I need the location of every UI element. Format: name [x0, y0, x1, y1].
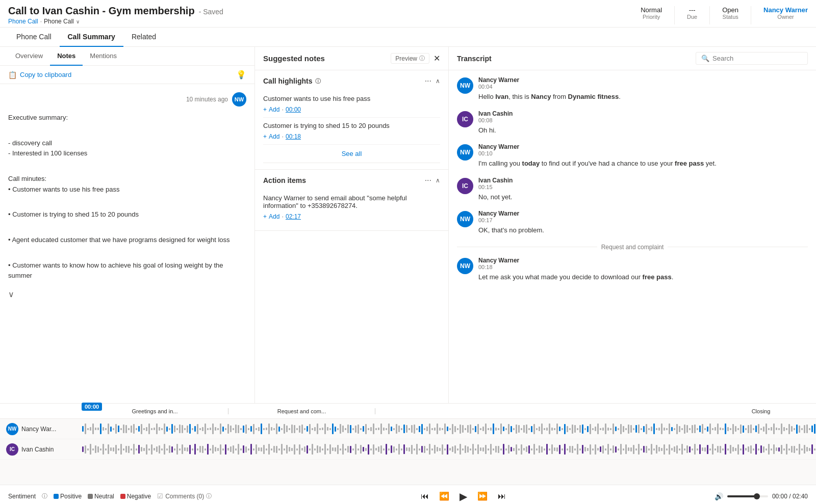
waveform-bar [97, 428, 99, 430]
breadcrumb-item-1[interactable]: Phone Call [8, 18, 38, 25]
waveform-bar [340, 448, 341, 450]
waveform-bar [131, 448, 132, 450]
waveform-bar [551, 444, 553, 454]
waveform-bar [727, 427, 729, 431]
waveform-track-nw[interactable] [82, 422, 816, 436]
timestamp-2[interactable]: 00:18 [286, 133, 301, 140]
waveform-bar [674, 428, 675, 430]
waveform-bar [587, 426, 589, 432]
waveform-bar [136, 448, 137, 450]
waveform-bar [146, 427, 147, 431]
breadcrumb-dropdown-icon[interactable]: ∨ [76, 19, 80, 24]
tab-call-summary[interactable]: Call Summary [60, 28, 123, 47]
transcript-search-input[interactable] [712, 55, 799, 62]
waveform-bar [378, 446, 379, 452]
action-item-text-1: Nancy Warner to send email about "some h… [263, 194, 440, 209]
action-items-collapse-button[interactable]: ∧ [436, 177, 440, 184]
waveform-bar [133, 444, 135, 455]
waveform-bar [227, 448, 229, 450]
call-highlights-more-button[interactable]: ··· [425, 76, 431, 86]
waveform-bar [763, 446, 764, 453]
timestamp-1[interactable]: 00:00 [286, 106, 301, 113]
add-action-1-button[interactable]: + Add [263, 213, 279, 220]
sub-tab-mentions[interactable]: Mentions [83, 47, 124, 66]
action-items-more-button[interactable]: ··· [425, 176, 431, 185]
waveform-bar [811, 444, 813, 454]
waveform-bar [722, 428, 724, 430]
waveform-bar [235, 448, 237, 450]
section-label-1: Greetings and in... [82, 408, 228, 414]
waveform-track-ic[interactable] [82, 442, 816, 457]
add-highlight-1-button[interactable]: + Add [263, 106, 279, 113]
entry-text-1: Hello Ivan, this is Nancy from Dynamic f… [478, 92, 808, 102]
breadcrumb: Phone Call · Phone Call ∨ [8, 18, 223, 25]
section-label-closing: Closing [706, 408, 816, 414]
skip-to-start-button[interactable]: ⏮ [419, 490, 431, 503]
waveform-bar [737, 428, 739, 430]
waveform-bar [686, 425, 688, 433]
waveform-bar [638, 444, 640, 455]
waveform-bar [388, 423, 390, 434]
waveform-bar [322, 448, 323, 450]
owner-value[interactable]: Nancy Warner [763, 6, 808, 14]
add-highlight-2-button[interactable]: + Add [263, 133, 279, 140]
entry-name-4: Ivan Cashin [478, 177, 808, 184]
waveform-bar [370, 427, 372, 431]
action-timestamp-1[interactable]: 02:17 [286, 213, 301, 220]
expand-notes-icon[interactable]: ∨ [8, 289, 14, 299]
call-highlights-section: Call highlights ⓘ ··· ∧ Customer wants t… [255, 70, 448, 170]
skip-to-end-button[interactable]: ⏭ [496, 490, 508, 503]
status-label: Status [723, 14, 738, 20]
waveform-bar [697, 428, 698, 430]
waveform-bar [590, 444, 591, 455]
transcript-search-box[interactable]: 🔍 [696, 52, 808, 65]
waveform-bar [610, 428, 611, 430]
sub-tab-overview[interactable]: Overview [8, 47, 50, 66]
entry-text-6: Let me ask you what made you decide to d… [478, 272, 808, 282]
tab-phone-call[interactable]: Phone Call [8, 28, 60, 47]
preview-badge[interactable]: Preview ⓘ [391, 53, 429, 64]
rewind-button[interactable]: ⏪ [437, 489, 451, 503]
waveform-bar [551, 428, 553, 431]
waveform-bar [564, 424, 566, 434]
waveform-bar [605, 423, 606, 434]
waveform-bar [378, 428, 379, 430]
waveform-bar [531, 448, 532, 450]
fast-forward-button[interactable]: ⏩ [475, 489, 490, 503]
notes-meta: 10 minutes ago NW [8, 92, 246, 107]
waveform-bar [587, 448, 589, 451]
sentiment-label: Sentiment [8, 493, 36, 500]
breadcrumb-item-2[interactable]: Phone Call [44, 18, 74, 25]
avatar-ic-1: IC [457, 111, 473, 127]
waveform-bar [664, 428, 665, 431]
waveform-bar [220, 423, 221, 434]
waveform-bar [480, 428, 481, 430]
waveform-bar [584, 428, 586, 430]
waveform-bar [125, 446, 127, 453]
waveform-bar [301, 448, 303, 450]
see-all-button[interactable]: See all [263, 145, 440, 163]
tab-related[interactable]: Related [123, 28, 164, 47]
waveform-bar [536, 448, 538, 450]
waveform-bar [365, 448, 367, 451]
waveform-bar [199, 446, 201, 453]
waveform-bar [90, 444, 91, 455]
suggested-notes-close-button[interactable]: ✕ [434, 54, 440, 63]
entry-name-2: Ivan Cashin [478, 110, 808, 117]
avatar-nw-3: NW [457, 211, 473, 227]
waveform-bar [477, 424, 479, 434]
waveform-bar [355, 426, 356, 433]
play-button[interactable]: ▶ [457, 488, 469, 505]
comments-button[interactable]: ☑ Comments (0) ⓘ [157, 492, 212, 500]
waveform-bar [250, 444, 252, 455]
waveform-bar [549, 448, 550, 450]
volume-slider[interactable] [727, 495, 768, 497]
waveform-bar [184, 447, 186, 451]
lightbulb-icon[interactable]: 💡 [236, 70, 246, 79]
waveform-bar [401, 448, 402, 450]
sub-tab-notes[interactable]: Notes [50, 47, 83, 66]
call-highlights-collapse-button[interactable]: ∧ [436, 77, 440, 85]
copy-to-clipboard-button[interactable]: 📋 Copy to clipboard [8, 71, 71, 79]
waveform-bar [684, 425, 685, 434]
waveform-bar [233, 428, 234, 430]
